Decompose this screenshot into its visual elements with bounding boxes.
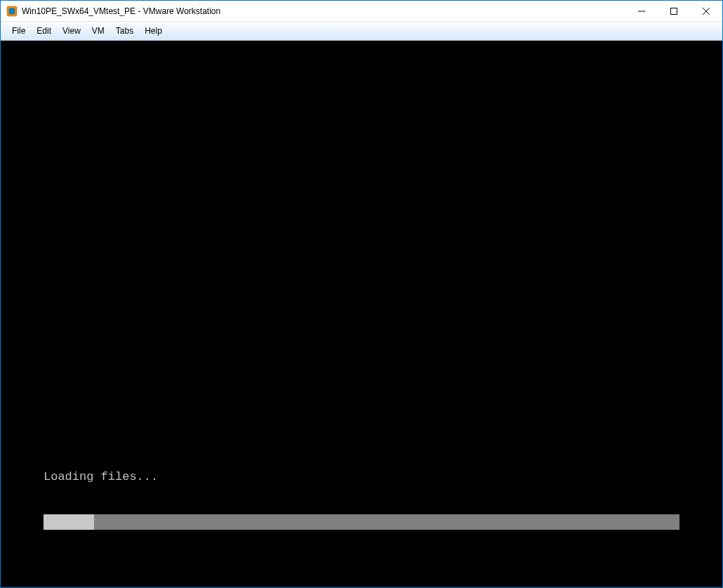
vm-display-area[interactable]: Loading files...: [1, 41, 722, 587]
svg-rect-3: [671, 8, 677, 14]
menu-tabs[interactable]: Tabs: [110, 23, 139, 39]
menu-help[interactable]: Help: [139, 23, 168, 39]
app-window: Win10PE_SWx64_VMtest_PE - VMware Worksta…: [0, 0, 723, 588]
maximize-button[interactable]: [658, 1, 690, 21]
menu-view[interactable]: View: [57, 23, 86, 39]
menu-bar: File Edit View VM Tabs Help: [1, 22, 722, 41]
title-bar: Win10PE_SWx64_VMtest_PE - VMware Worksta…: [1, 1, 722, 22]
minimize-button[interactable]: [625, 1, 658, 21]
menu-vm[interactable]: VM: [86, 23, 110, 39]
vmware-app-icon: [6, 6, 18, 17]
loading-text: Loading files...: [44, 470, 158, 483]
progress-fill: [44, 514, 94, 530]
window-controls: [625, 1, 722, 21]
menu-edit[interactable]: Edit: [31, 23, 57, 39]
progress-bar: [44, 514, 679, 530]
menu-file[interactable]: File: [6, 23, 31, 39]
window-title: Win10PE_SWx64_VMtest_PE - VMware Worksta…: [22, 6, 625, 16]
svg-rect-1: [9, 8, 15, 14]
close-button[interactable]: [690, 1, 722, 21]
